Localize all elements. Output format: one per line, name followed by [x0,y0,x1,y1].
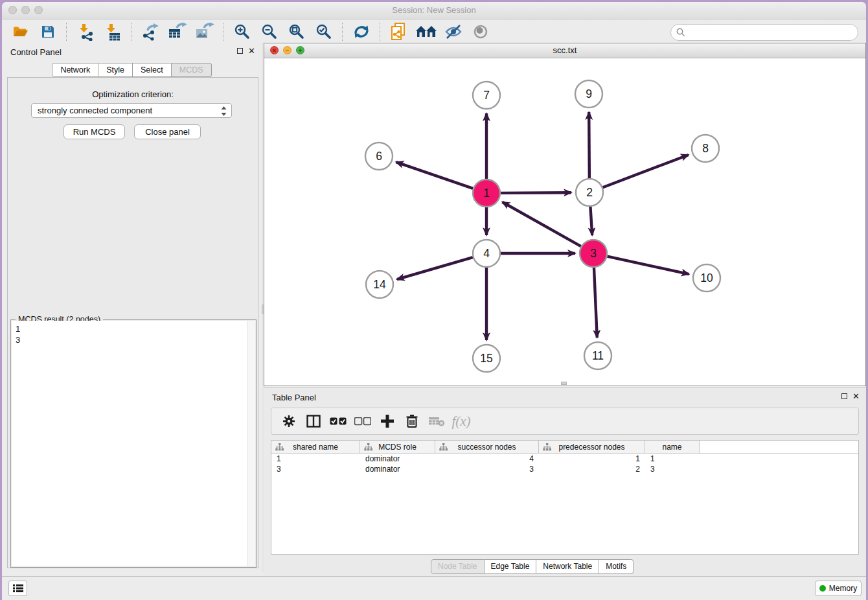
zoom-out-icon[interactable] [258,22,280,41]
save-session-icon[interactable] [37,22,59,41]
zoom-selected-icon[interactable] [313,22,335,41]
graph-node-label-4: 4 [483,247,490,260]
table-settings-gear-icon[interactable] [278,411,300,432]
import-network-icon[interactable] [74,22,97,41]
tab-network[interactable]: Network [52,63,98,77]
tab-edge-table[interactable]: Edge Table [485,559,537,574]
status-bar: Memory [2,576,866,600]
graph-node-label-7: 7 [483,89,490,102]
control-panel-tabs: Network Style Select MCDS [2,63,262,77]
home-layout-icon[interactable] [415,22,437,41]
table-row[interactable]: 1dominator411 [271,454,858,464]
export-table-icon[interactable] [166,22,188,41]
search-input[interactable] [689,26,854,39]
graph-edge-2-9[interactable] [589,112,589,178]
table-cell[interactable]: 3 [271,464,360,474]
graph-edge-3-10[interactable] [607,257,689,274]
eye-icon[interactable] [470,22,492,41]
table-tabs: Node Table Edge Table Network Table Moti… [431,559,634,574]
table-cell[interactable]: 3 [435,464,539,474]
column-header-name[interactable]: name [645,441,700,453]
table-panel-title: Table Panel [272,393,316,402]
memory-button-label: Memory [829,584,857,593]
tab-network-table[interactable]: Network Table [536,559,599,574]
deselect-all-icon[interactable] [352,411,374,432]
node-table[interactable]: shared nameMCDS rolesuccessor nodesprede… [271,440,859,555]
table-cell[interactable]: 3 [645,464,700,474]
tab-mcds[interactable]: MCDS [172,63,212,77]
zoom-in-icon[interactable] [231,22,253,41]
graph-edge-2-8[interactable] [603,155,689,187]
graph-edge-1-6[interactable] [396,162,473,189]
show-panels-button[interactable] [8,581,27,596]
criterion-dropdown[interactable]: strongly connected component [31,103,232,118]
app-window: Session: New Session [2,2,866,600]
control-panel: Control Panel ✕ Network Style Select MCD… [2,43,262,572]
network-graph[interactable]: 7968124314101511 [264,58,865,386]
delete-table-icon[interactable] [426,411,448,432]
select-all-icon[interactable] [327,411,349,432]
graph-edges [396,112,689,340]
graph-edge-3-1[interactable] [502,202,580,246]
import-table-icon[interactable] [102,22,124,41]
column-header-successor-nodes[interactable]: successor nodes [435,441,539,453]
memory-status-dot [819,585,826,592]
table-cell[interactable]: 1 [271,454,360,464]
table-cell[interactable]: dominator [360,464,435,474]
graph-edge-3-11[interactable] [594,268,597,338]
search-icon [676,28,685,37]
refresh-layout-icon[interactable] [350,22,372,41]
network-window-titlebar[interactable]: × − + scc.txt [264,43,865,58]
toolbar-separator [380,23,381,41]
criterion-selected-value: strongly connected component [38,106,152,115]
graph-node-label-11: 11 [592,349,604,362]
optimization-criterion-label: Optimization criterion: [8,89,258,99]
table-row[interactable]: 3dominator323 [271,464,858,474]
tab-motifs[interactable]: Motifs [599,559,634,574]
duplicate-network-icon[interactable] [388,22,410,41]
column-header-predecessor-nodes[interactable]: predecessor nodes [539,441,645,453]
column-header-MCDS-role[interactable]: MCDS role [360,441,435,453]
graph-node-label-14: 14 [373,278,386,291]
float-panel-icon[interactable] [237,48,243,54]
column-header-shared-name[interactable]: shared name [271,441,360,453]
float-table-panel-icon[interactable] [841,393,847,399]
export-network-icon[interactable] [139,22,161,41]
graph-edge-4-14[interactable] [397,257,473,279]
graph-edge-1-2[interactable] [501,192,571,193]
run-mcds-button[interactable]: Run MCDS [63,124,125,139]
search-field [670,24,858,41]
tab-select[interactable]: Select [133,63,172,77]
toggle-column-panel-icon[interactable] [303,411,325,432]
graph-node-label-2: 2 [586,186,593,199]
desktop-background: Session: New Session [0,0,868,600]
graph-node-label-9: 9 [586,87,592,100]
delete-column-icon[interactable] [401,411,423,432]
mcds-result-textarea[interactable]: 1 3 [12,321,255,566]
zoom-fit-icon[interactable] [286,22,308,41]
table-panel: Table Panel ✕ [264,387,866,577]
open-session-icon[interactable] [10,22,32,41]
table-cell[interactable]: dominator [360,454,435,464]
table-cell[interactable]: 4 [435,454,539,464]
table-cell[interactable]: 1 [539,454,645,464]
table-cell[interactable]: 2 [539,464,645,474]
window-title: Session: New Session [2,5,866,15]
close-table-panel-icon[interactable]: ✕ [852,393,860,400]
network-resize-grip[interactable] [561,382,567,385]
tab-style[interactable]: Style [98,63,133,77]
add-column-icon[interactable] [376,411,398,432]
graph-node-label-8: 8 [702,142,709,155]
export-image-icon[interactable] [194,22,216,41]
network-window-title: scc.txt [264,45,865,55]
result-scrollbar[interactable] [247,321,255,566]
tab-node-table[interactable]: Node Table [431,559,485,574]
graph-node-label-15: 15 [480,352,492,365]
toggle-graphics-details-icon[interactable] [442,22,464,41]
graph-edge-2-3[interactable] [590,207,592,235]
close-panel-button[interactable]: Close panel [134,124,201,139]
function-builder-icon[interactable]: f(x) [450,411,472,432]
close-panel-icon[interactable]: ✕ [248,47,255,54]
table-cell[interactable]: 1 [645,454,700,464]
memory-button[interactable]: Memory [815,581,862,596]
